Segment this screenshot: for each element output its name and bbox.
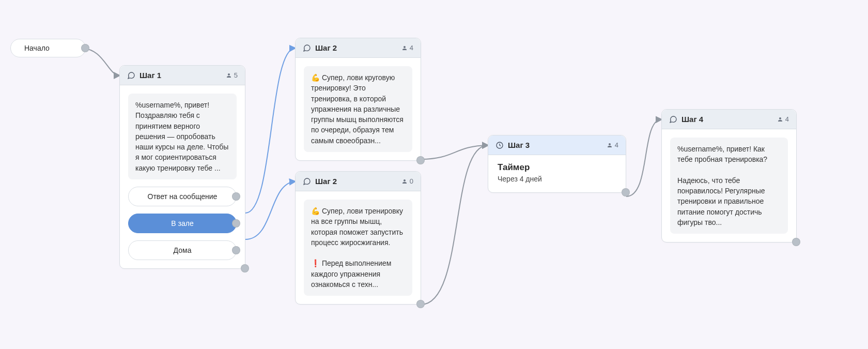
user-icon [401,178,408,185]
node-options: Ответ на сообщение В зале Дома [128,187,237,260]
chat-icon [303,44,311,52]
user-icon [607,142,613,148]
option-label: В зале [171,219,193,227]
timer-title: Таймер [498,162,616,173]
node-users-meta: 5 [226,71,238,79]
node-users-count: 4 [410,44,413,52]
flow-canvas[interactable]: Начало Шаг 1 5 %username%, привет! Поздр… [0,0,868,349]
node-users-count: 4 [785,115,789,123]
node-users-meta: 0 [401,177,413,185]
node-header: Шаг 1 5 [120,66,245,85]
node-title: Шаг 2 [315,177,397,186]
node-step3[interactable]: Шаг 3 4 Таймер Через 4 дней [488,135,626,193]
node-users-meta: 4 [607,141,618,149]
option-label: Ответ на сообщение [148,192,218,201]
edge-step2b-step3 [421,145,488,305]
edge-step3-step4 [626,119,661,196]
option-reply[interactable]: Ответ на сообщение [128,187,237,206]
edge-step1-step2a [245,48,295,213]
node-step2a[interactable]: Шаг 2 4 💪 Супер, лови круговую тренировк… [295,38,421,161]
user-icon [777,116,783,123]
clock-icon [495,141,504,149]
user-icon [226,72,232,79]
node-users-meta: 4 [777,115,789,123]
node-step2b[interactable]: Шаг 2 0 💪 Супер, лови тренировку на все … [295,171,421,305]
node-users-count: 5 [234,71,238,79]
start-out-port[interactable] [81,44,89,52]
node-out-port[interactable] [241,264,249,272]
option-out-port[interactable] [232,246,240,254]
node-users-meta: 4 [401,44,413,52]
option-home[interactable]: Дома [128,240,237,260]
node-message: %username%, привет! Поздравляю тебя с пр… [128,94,237,179]
start-label: Начало [24,44,50,52]
edge-start-step1 [83,49,119,75]
node-out-port[interactable] [416,156,425,164]
node-message: 💪 Супер, лови тренировку на все группы м… [304,200,412,296]
user-icon [401,45,408,51]
option-out-port[interactable] [232,219,240,227]
option-label: Дома [174,246,192,254]
node-title: Шаг 2 [315,43,397,52]
node-step1[interactable]: Шаг 1 5 %username%, привет! Поздравляю т… [119,65,245,269]
option-gym[interactable]: В зале [128,214,237,233]
node-message: 💪 Супер, лови круговую тренировку! Это т… [304,66,412,152]
node-title: Шаг 4 [681,115,773,124]
node-header: Шаг 2 0 [296,172,421,191]
node-out-port[interactable] [416,300,425,308]
node-header: Шаг 4 4 [662,110,796,129]
chat-icon [127,71,135,80]
node-users-count: 4 [615,141,618,149]
node-title: Шаг 1 [140,71,222,80]
node-header: Шаг 3 4 [488,135,626,155]
edge-step2a-step3 [421,145,488,159]
node-header: Шаг 2 4 [296,38,421,58]
node-step4[interactable]: Шаг 4 4 %username%, привет! Как тебе про… [661,109,797,242]
node-users-count: 0 [410,177,413,185]
edge-step1-step2b [245,181,295,239]
node-title: Шаг 3 [508,141,602,149]
option-out-port[interactable] [232,192,240,201]
node-out-port[interactable] [622,188,630,196]
chat-icon [303,177,311,186]
timer-subtitle: Через 4 дней [498,175,616,183]
chat-icon [669,115,677,124]
node-out-port[interactable] [792,238,800,246]
node-message: %username%, привет! Как тебе пробная тре… [670,138,788,234]
start-node[interactable]: Начало [10,39,86,57]
